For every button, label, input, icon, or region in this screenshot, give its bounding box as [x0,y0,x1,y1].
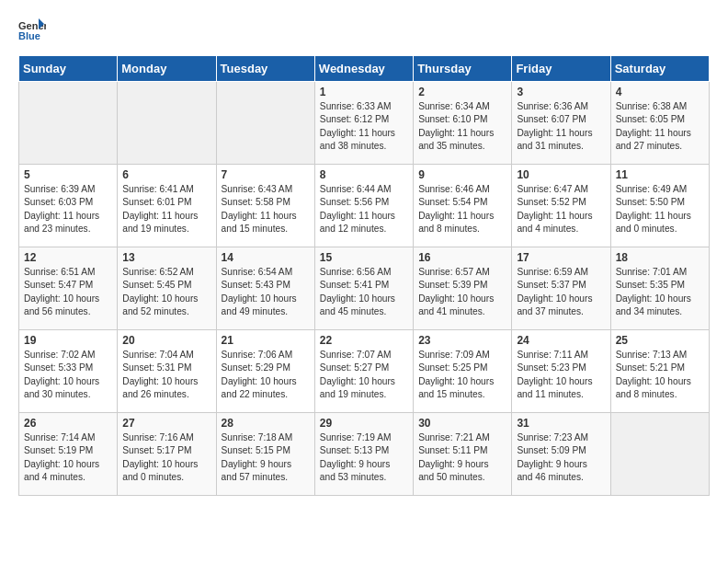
day-info: Sunrise: 6:52 AM Sunset: 5:45 PM Dayligh… [122,266,210,318]
header-row: SundayMondayTuesdayWednesdayThursdayFrid… [19,56,710,82]
day-number: 30 [418,417,506,430]
day-number: 15 [320,251,408,264]
day-number: 25 [616,334,704,347]
day-number: 8 [320,168,408,181]
day-info: Sunrise: 7:14 AM Sunset: 5:19 PM Dayligh… [24,431,112,484]
logo-icon: General Blue [18,18,46,40]
day-info: Sunrise: 6:47 AM Sunset: 5:52 PM Dayligh… [517,183,605,236]
day-info: Sunrise: 7:16 AM Sunset: 5:17 PM Dayligh… [122,431,210,484]
day-cell: 30Sunrise: 7:21 AM Sunset: 5:11 PM Dayli… [414,413,512,496]
day-cell: 3Sunrise: 6:36 AM Sunset: 6:07 PM Daylig… [512,82,610,165]
week-row-2: 5Sunrise: 6:39 AM Sunset: 6:03 PM Daylig… [19,165,710,247]
col-header-saturday: Saturday [610,56,709,82]
day-cell [216,82,314,165]
day-number: 9 [418,168,506,181]
day-info: Sunrise: 6:56 AM Sunset: 5:41 PM Dayligh… [320,266,408,318]
day-info: Sunrise: 7:06 AM Sunset: 5:29 PM Dayligh… [222,349,310,401]
col-header-friday: Friday [512,56,610,82]
day-info: Sunrise: 7:23 AM Sunset: 5:09 PM Dayligh… [517,431,605,484]
day-cell: 9Sunrise: 6:46 AM Sunset: 5:54 PM Daylig… [414,165,512,247]
day-info: Sunrise: 7:02 AM Sunset: 5:33 PM Dayligh… [24,349,112,401]
day-number: 3 [517,86,605,98]
day-number: 1 [320,86,408,98]
day-info: Sunrise: 6:38 AM Sunset: 6:05 PM Dayligh… [616,100,704,153]
day-cell: 4Sunrise: 6:38 AM Sunset: 6:05 PM Daylig… [610,82,709,165]
day-number: 22 [320,334,408,347]
day-number: 5 [24,168,112,181]
day-cell: 21Sunrise: 7:06 AM Sunset: 5:29 PM Dayli… [216,330,314,413]
day-cell [118,82,216,165]
day-cell: 24Sunrise: 7:11 AM Sunset: 5:23 PM Dayli… [512,330,610,413]
day-info: Sunrise: 6:34 AM Sunset: 6:10 PM Dayligh… [418,100,506,153]
day-cell: 2Sunrise: 6:34 AM Sunset: 6:10 PM Daylig… [414,82,512,165]
day-number: 11 [616,168,704,181]
day-cell: 1Sunrise: 6:33 AM Sunset: 6:12 PM Daylig… [314,82,413,165]
day-cell: 5Sunrise: 6:39 AM Sunset: 6:03 PM Daylig… [19,165,118,247]
day-cell: 14Sunrise: 6:54 AM Sunset: 5:43 PM Dayli… [216,247,314,330]
week-row-3: 12Sunrise: 6:51 AM Sunset: 5:47 PM Dayli… [19,247,710,330]
day-cell: 11Sunrise: 6:49 AM Sunset: 5:50 PM Dayli… [610,165,709,247]
day-number: 28 [222,417,310,430]
day-cell: 6Sunrise: 6:41 AM Sunset: 6:01 PM Daylig… [118,165,216,247]
day-number: 21 [222,334,310,347]
col-header-thursday: Thursday [414,56,512,82]
day-info: Sunrise: 6:43 AM Sunset: 5:58 PM Dayligh… [222,183,310,236]
day-cell: 31Sunrise: 7:23 AM Sunset: 5:09 PM Dayli… [512,413,610,496]
day-cell [19,82,118,165]
col-header-wednesday: Wednesday [314,56,413,82]
day-info: Sunrise: 6:57 AM Sunset: 5:39 PM Dayligh… [418,266,506,318]
col-header-monday: Monday [118,56,216,82]
day-number: 27 [122,417,210,430]
day-info: Sunrise: 7:19 AM Sunset: 5:13 PM Dayligh… [320,431,408,484]
day-info: Sunrise: 6:41 AM Sunset: 6:01 PM Dayligh… [122,183,210,236]
day-number: 24 [517,334,605,347]
day-info: Sunrise: 6:49 AM Sunset: 5:50 PM Dayligh… [616,183,704,236]
day-cell: 16Sunrise: 6:57 AM Sunset: 5:39 PM Dayli… [414,247,512,330]
day-info: Sunrise: 6:39 AM Sunset: 6:03 PM Dayligh… [24,183,112,236]
day-cell: 8Sunrise: 6:44 AM Sunset: 5:56 PM Daylig… [314,165,413,247]
day-number: 13 [122,251,210,264]
page-header: General Blue [18,18,710,40]
col-header-sunday: Sunday [19,56,118,82]
day-info: Sunrise: 6:44 AM Sunset: 5:56 PM Dayligh… [320,183,408,236]
calendar-table: SundayMondayTuesdayWednesdayThursdayFrid… [18,55,710,496]
day-number: 6 [122,168,210,181]
day-number: 14 [222,251,310,264]
day-info: Sunrise: 6:51 AM Sunset: 5:47 PM Dayligh… [24,266,112,318]
week-row-4: 19Sunrise: 7:02 AM Sunset: 5:33 PM Dayli… [19,330,710,413]
day-number: 29 [320,417,408,430]
day-cell: 12Sunrise: 6:51 AM Sunset: 5:47 PM Dayli… [19,247,118,330]
week-row-5: 26Sunrise: 7:14 AM Sunset: 5:19 PM Dayli… [19,413,710,496]
day-info: Sunrise: 7:21 AM Sunset: 5:11 PM Dayligh… [418,431,506,484]
day-info: Sunrise: 6:54 AM Sunset: 5:43 PM Dayligh… [222,266,310,318]
day-info: Sunrise: 7:04 AM Sunset: 5:31 PM Dayligh… [122,349,210,401]
day-number: 20 [122,334,210,347]
day-number: 12 [24,251,112,264]
day-info: Sunrise: 6:46 AM Sunset: 5:54 PM Dayligh… [418,183,506,236]
day-info: Sunrise: 7:13 AM Sunset: 5:21 PM Dayligh… [616,349,704,401]
day-info: Sunrise: 7:07 AM Sunset: 5:27 PM Dayligh… [320,349,408,401]
day-number: 4 [616,86,704,98]
day-info: Sunrise: 6:33 AM Sunset: 6:12 PM Dayligh… [320,100,408,153]
day-cell: 19Sunrise: 7:02 AM Sunset: 5:33 PM Dayli… [19,330,118,413]
day-cell: 25Sunrise: 7:13 AM Sunset: 5:21 PM Dayli… [610,330,709,413]
day-number: 2 [418,86,506,98]
day-number: 10 [517,168,605,181]
day-cell: 17Sunrise: 6:59 AM Sunset: 5:37 PM Dayli… [512,247,610,330]
day-cell: 7Sunrise: 6:43 AM Sunset: 5:58 PM Daylig… [216,165,314,247]
day-number: 19 [24,334,112,347]
day-cell: 26Sunrise: 7:14 AM Sunset: 5:19 PM Dayli… [19,413,118,496]
day-info: Sunrise: 7:18 AM Sunset: 5:15 PM Dayligh… [222,431,310,484]
day-number: 18 [616,251,704,264]
day-cell: 29Sunrise: 7:19 AM Sunset: 5:13 PM Dayli… [314,413,413,496]
col-header-tuesday: Tuesday [216,56,314,82]
week-row-1: 1Sunrise: 6:33 AM Sunset: 6:12 PM Daylig… [19,82,710,165]
day-number: 17 [517,251,605,264]
day-info: Sunrise: 7:09 AM Sunset: 5:25 PM Dayligh… [418,349,506,401]
day-cell: 15Sunrise: 6:56 AM Sunset: 5:41 PM Dayli… [314,247,413,330]
day-info: Sunrise: 7:01 AM Sunset: 5:35 PM Dayligh… [616,266,704,318]
day-number: 16 [418,251,506,264]
day-cell: 20Sunrise: 7:04 AM Sunset: 5:31 PM Dayli… [118,330,216,413]
day-cell: 22Sunrise: 7:07 AM Sunset: 5:27 PM Dayli… [314,330,413,413]
day-number: 23 [418,334,506,347]
